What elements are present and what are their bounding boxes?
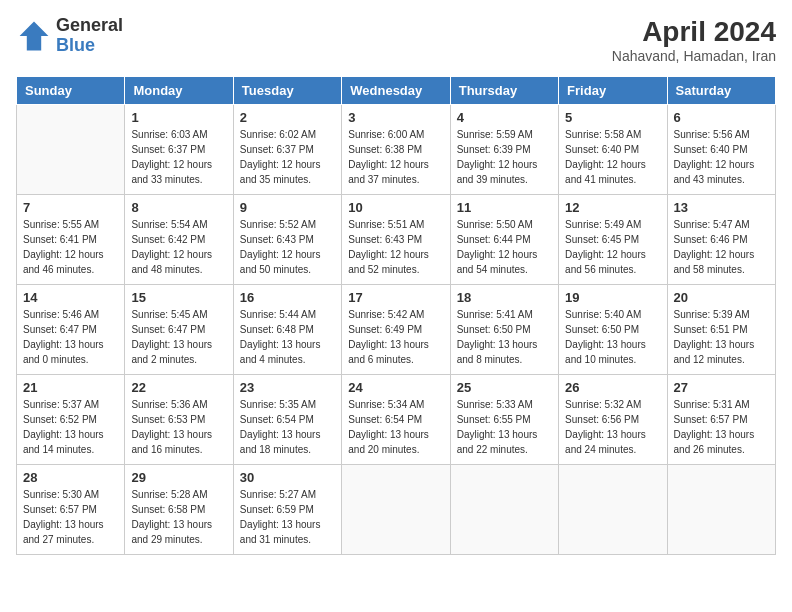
sunset-text: Sunset: 6:59 PM [240, 502, 335, 517]
day-info: Sunrise: 5:46 AMSunset: 6:47 PMDaylight:… [23, 307, 118, 367]
logo: General Blue [16, 16, 123, 56]
sunset-text: Sunset: 6:47 PM [23, 322, 118, 337]
main-title: April 2024 [612, 16, 776, 48]
sunset-text: Sunset: 6:40 PM [674, 142, 769, 157]
table-row: 15Sunrise: 5:45 AMSunset: 6:47 PMDayligh… [125, 285, 233, 375]
table-row: 25Sunrise: 5:33 AMSunset: 6:55 PMDayligh… [450, 375, 558, 465]
sunset-text: Sunset: 6:50 PM [457, 322, 552, 337]
daylight-text: Daylight: 13 hours and 24 minutes. [565, 427, 660, 457]
day-number: 21 [23, 380, 118, 395]
day-info: Sunrise: 5:45 AMSunset: 6:47 PMDaylight:… [131, 307, 226, 367]
daylight-text: Daylight: 12 hours and 35 minutes. [240, 157, 335, 187]
day-info: Sunrise: 5:59 AMSunset: 6:39 PMDaylight:… [457, 127, 552, 187]
sunset-text: Sunset: 6:51 PM [674, 322, 769, 337]
table-row: 16Sunrise: 5:44 AMSunset: 6:48 PMDayligh… [233, 285, 341, 375]
day-number: 8 [131, 200, 226, 215]
sunrise-text: Sunrise: 5:58 AM [565, 127, 660, 142]
day-info: Sunrise: 5:50 AMSunset: 6:44 PMDaylight:… [457, 217, 552, 277]
day-info: Sunrise: 5:44 AMSunset: 6:48 PMDaylight:… [240, 307, 335, 367]
daylight-text: Daylight: 13 hours and 8 minutes. [457, 337, 552, 367]
sunrise-text: Sunrise: 5:51 AM [348, 217, 443, 232]
day-number: 22 [131, 380, 226, 395]
table-row: 21Sunrise: 5:37 AMSunset: 6:52 PMDayligh… [17, 375, 125, 465]
day-number: 16 [240, 290, 335, 305]
day-info: Sunrise: 5:39 AMSunset: 6:51 PMDaylight:… [674, 307, 769, 367]
table-row: 3Sunrise: 6:00 AMSunset: 6:38 PMDaylight… [342, 105, 450, 195]
sunset-text: Sunset: 6:57 PM [23, 502, 118, 517]
subtitle: Nahavand, Hamadan, Iran [612, 48, 776, 64]
daylight-text: Daylight: 12 hours and 54 minutes. [457, 247, 552, 277]
day-info: Sunrise: 5:40 AMSunset: 6:50 PMDaylight:… [565, 307, 660, 367]
day-number: 12 [565, 200, 660, 215]
sunrise-text: Sunrise: 5:39 AM [674, 307, 769, 322]
day-number: 11 [457, 200, 552, 215]
daylight-text: Daylight: 13 hours and 14 minutes. [23, 427, 118, 457]
sunset-text: Sunset: 6:54 PM [240, 412, 335, 427]
day-info: Sunrise: 5:58 AMSunset: 6:40 PMDaylight:… [565, 127, 660, 187]
day-info: Sunrise: 5:47 AMSunset: 6:46 PMDaylight:… [674, 217, 769, 277]
daylight-text: Daylight: 12 hours and 43 minutes. [674, 157, 769, 187]
day-number: 6 [674, 110, 769, 125]
day-number: 23 [240, 380, 335, 395]
sunset-text: Sunset: 6:37 PM [131, 142, 226, 157]
sunset-text: Sunset: 6:37 PM [240, 142, 335, 157]
sunset-text: Sunset: 6:55 PM [457, 412, 552, 427]
page-header: General Blue April 2024 Nahavand, Hamada… [16, 16, 776, 64]
table-row [667, 465, 775, 555]
header-saturday: Saturday [667, 77, 775, 105]
sunset-text: Sunset: 6:48 PM [240, 322, 335, 337]
daylight-text: Daylight: 13 hours and 0 minutes. [23, 337, 118, 367]
calendar-week-1: 1Sunrise: 6:03 AMSunset: 6:37 PMDaylight… [17, 105, 776, 195]
day-number: 15 [131, 290, 226, 305]
sunset-text: Sunset: 6:40 PM [565, 142, 660, 157]
sunrise-text: Sunrise: 5:46 AM [23, 307, 118, 322]
day-number: 14 [23, 290, 118, 305]
day-number: 10 [348, 200, 443, 215]
day-info: Sunrise: 5:32 AMSunset: 6:56 PMDaylight:… [565, 397, 660, 457]
header-wednesday: Wednesday [342, 77, 450, 105]
sunset-text: Sunset: 6:53 PM [131, 412, 226, 427]
calendar-week-5: 28Sunrise: 5:30 AMSunset: 6:57 PMDayligh… [17, 465, 776, 555]
table-row: 5Sunrise: 5:58 AMSunset: 6:40 PMDaylight… [559, 105, 667, 195]
day-info: Sunrise: 5:56 AMSunset: 6:40 PMDaylight:… [674, 127, 769, 187]
table-row: 6Sunrise: 5:56 AMSunset: 6:40 PMDaylight… [667, 105, 775, 195]
day-info: Sunrise: 5:27 AMSunset: 6:59 PMDaylight:… [240, 487, 335, 547]
day-info: Sunrise: 5:33 AMSunset: 6:55 PMDaylight:… [457, 397, 552, 457]
day-number: 20 [674, 290, 769, 305]
day-number: 24 [348, 380, 443, 395]
day-info: Sunrise: 5:41 AMSunset: 6:50 PMDaylight:… [457, 307, 552, 367]
header-sunday: Sunday [17, 77, 125, 105]
day-info: Sunrise: 6:02 AMSunset: 6:37 PMDaylight:… [240, 127, 335, 187]
daylight-text: Daylight: 12 hours and 46 minutes. [23, 247, 118, 277]
header-friday: Friday [559, 77, 667, 105]
header-thursday: Thursday [450, 77, 558, 105]
sunset-text: Sunset: 6:44 PM [457, 232, 552, 247]
daylight-text: Daylight: 13 hours and 6 minutes. [348, 337, 443, 367]
day-number: 2 [240, 110, 335, 125]
calendar-table: Sunday Monday Tuesday Wednesday Thursday… [16, 76, 776, 555]
day-info: Sunrise: 5:42 AMSunset: 6:49 PMDaylight:… [348, 307, 443, 367]
table-row [342, 465, 450, 555]
day-number: 4 [457, 110, 552, 125]
daylight-text: Daylight: 12 hours and 50 minutes. [240, 247, 335, 277]
daylight-text: Daylight: 13 hours and 20 minutes. [348, 427, 443, 457]
table-row: 10Sunrise: 5:51 AMSunset: 6:43 PMDayligh… [342, 195, 450, 285]
daylight-text: Daylight: 13 hours and 22 minutes. [457, 427, 552, 457]
table-row [450, 465, 558, 555]
sunrise-text: Sunrise: 5:33 AM [457, 397, 552, 412]
sunset-text: Sunset: 6:38 PM [348, 142, 443, 157]
sunrise-text: Sunrise: 6:03 AM [131, 127, 226, 142]
table-row: 2Sunrise: 6:02 AMSunset: 6:37 PMDaylight… [233, 105, 341, 195]
daylight-text: Daylight: 12 hours and 37 minutes. [348, 157, 443, 187]
sunrise-text: Sunrise: 5:42 AM [348, 307, 443, 322]
logo-line1: General [56, 16, 123, 36]
day-number: 1 [131, 110, 226, 125]
header-tuesday: Tuesday [233, 77, 341, 105]
sunset-text: Sunset: 6:57 PM [674, 412, 769, 427]
day-info: Sunrise: 5:52 AMSunset: 6:43 PMDaylight:… [240, 217, 335, 277]
table-row: 4Sunrise: 5:59 AMSunset: 6:39 PMDaylight… [450, 105, 558, 195]
table-row: 29Sunrise: 5:28 AMSunset: 6:58 PMDayligh… [125, 465, 233, 555]
sunset-text: Sunset: 6:43 PM [348, 232, 443, 247]
daylight-text: Daylight: 13 hours and 10 minutes. [565, 337, 660, 367]
day-info: Sunrise: 5:36 AMSunset: 6:53 PMDaylight:… [131, 397, 226, 457]
